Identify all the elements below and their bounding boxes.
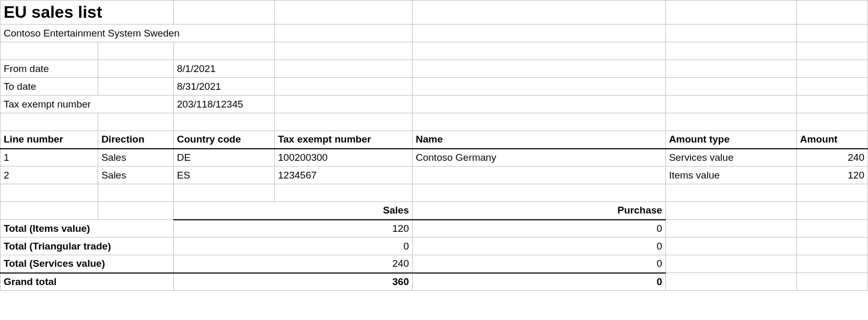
cell-tax-exempt-number: 100200300 [275, 149, 413, 167]
totals-sales-header: Sales [173, 202, 412, 220]
cell-country-code: ES [173, 167, 275, 184]
cell-amount: 120 [796, 167, 867, 184]
grand-total-sales: 360 [173, 273, 412, 291]
cell-line-number: 2 [1, 167, 98, 184]
col-line-number: Line number [1, 131, 98, 149]
total-services-label: Total (Services value) [1, 255, 174, 273]
col-direction: Direction [98, 131, 174, 149]
cell-line-number: 1 [1, 149, 98, 167]
table-row: 1 Sales DE 100200300 Contoso Germany Ser… [1, 149, 868, 167]
cell-amount-type: Items value [665, 167, 796, 184]
grand-total-purchase: 0 [413, 273, 666, 291]
cell-tax-exempt-number: 1234567 [275, 167, 413, 184]
table-row: 2 Sales ES 1234567 Items value 120 [1, 167, 868, 184]
grand-total-label: Grand total [1, 273, 174, 291]
cell-name [413, 167, 666, 184]
col-amount: Amount [796, 131, 867, 149]
from-date-label: From date [1, 60, 98, 78]
col-amount-type: Amount type [665, 131, 796, 149]
cell-amount-type: Services value [665, 149, 796, 167]
total-services-purchase: 0 [413, 255, 666, 273]
company-name: Contoso Entertainment System Sweden [1, 25, 275, 42]
total-items-sales: 120 [173, 220, 412, 238]
cell-country-code: DE [173, 149, 275, 167]
col-country-code: Country code [173, 131, 275, 149]
cell-direction: Sales [98, 167, 174, 184]
cell-name: Contoso Germany [413, 149, 666, 167]
total-triangular-label: Total (Triangular trade) [1, 238, 174, 255]
total-services-sales: 240 [173, 255, 412, 273]
tax-exempt-label: Tax exempt number [1, 96, 174, 113]
cell-direction: Sales [98, 149, 174, 167]
eu-sales-list-report: EU sales list Contoso Entertainment Syst… [0, 0, 868, 291]
totals-purchase-header: Purchase [413, 202, 666, 220]
tax-exempt-value: 203/118/12345 [173, 96, 275, 113]
cell-amount: 240 [796, 149, 867, 167]
total-triangular-sales: 0 [173, 238, 412, 255]
total-items-purchase: 0 [413, 220, 666, 238]
to-date-value: 8/31/2021 [173, 78, 275, 96]
from-date-value: 8/1/2021 [173, 60, 275, 78]
col-tax-exempt-number: Tax exempt number [275, 131, 413, 149]
to-date-label: To date [1, 78, 98, 96]
total-items-label: Total (Items value) [1, 220, 174, 238]
total-triangular-purchase: 0 [413, 238, 666, 255]
col-name: Name [413, 131, 666, 149]
report-title: EU sales list [1, 1, 174, 25]
